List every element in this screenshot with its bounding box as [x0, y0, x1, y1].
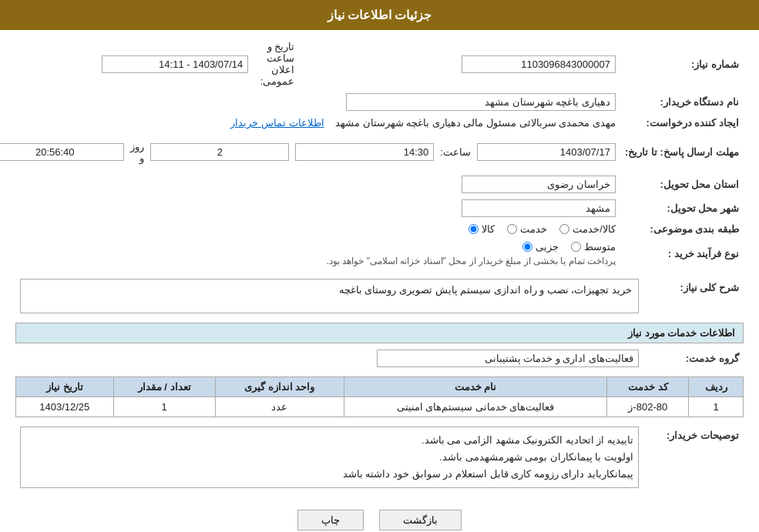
col-name: نام خدمت	[344, 377, 607, 397]
main-info-table: شماره نیاز: 1103096843000007 تاریخ و ساع…	[0, 38, 744, 269]
cell-name: فعالیت‌های خدماتی سیستم‌های امنیتی	[344, 397, 607, 417]
dastgah-box: دهیاری باغچه شهرستان مشهد	[346, 93, 616, 111]
value-dastgah: دهیاری باغچه شهرستان مشهد	[0, 90, 620, 114]
ostan-box: خراسان رضوی	[462, 176, 616, 193]
label-ostan: استان محل تحویل:	[620, 172, 744, 196]
value-ostan: خراسان رضوی	[0, 172, 620, 196]
saat-box: 14:30	[295, 143, 434, 161]
category-radio-group: کالا/خدمت خدمت کالا	[0, 223, 616, 235]
label-tarikh-aalan: تاریخ و ساعت اعلان عمومی:	[253, 38, 299, 90]
col-tedad: تعداد / مقدار	[113, 377, 215, 397]
process-note: پرداخت تمام یا بخشی از مبلغ خریدار از مح…	[0, 255, 616, 266]
row-grooh: گروه خدمت: فعالیت‌های اداری و خدمات پشتی…	[15, 346, 744, 370]
label-category: طبقه بندی موضوعی:	[620, 220, 744, 238]
row-shomara: شماره نیاز: 1103096843000007 تاریخ و ساع…	[0, 38, 744, 90]
row-ostan: استان محل تحویل: خراسان رضوی	[0, 172, 744, 196]
rooz-box: 2	[150, 143, 289, 161]
mohlat-row: 1403/07/17 ساعت: 14:30 2 روز و 20:56:40	[0, 135, 616, 169]
tarikh-aalan-box: 1403/07/14 - 14:11	[102, 55, 248, 73]
label-process: نوع فرآیند خرید :	[620, 238, 744, 269]
row-dastgah: نام دستگاه خریدار: دهیاری باغچه شهرستان …	[0, 90, 744, 114]
services-tbody: 1 802-80-ز فعالیت‌های خدماتی سیستم‌های ا…	[16, 397, 744, 417]
row-category: طبقه بندی موضوعی: کالا/خدمت خدمت کالا	[0, 220, 744, 238]
value-process: متوسط جزیی پرداخت تمام یا بخشی از مبلغ خ…	[0, 238, 620, 269]
shomara-box: 1103096843000007	[462, 55, 616, 73]
value-mohlat: 1403/07/17 ساعت: 14:30 2 روز و 20:56:40	[0, 132, 620, 172]
row-mohlat: مهلت ارسال پاسخ: تا تاریخ: 1403/07/17 سا…	[0, 132, 744, 172]
value-shahr: مشهد	[0, 196, 620, 220]
sharh-table: شرح کلی نیاز: خرید تجهیزات، نصب و راه ان…	[15, 276, 744, 316]
radio-jozvi-label: جزیی	[536, 241, 559, 253]
cell-tedad: 1	[113, 397, 215, 417]
shahr-box: مشهد	[462, 199, 616, 217]
sharh-box: خرید تجهیزات، نصب و راه اندازی سیستم پای…	[20, 279, 639, 313]
process-radio-group: متوسط جزیی	[0, 241, 616, 253]
radio-motavaset: متوسط	[571, 241, 616, 253]
rooz-label: روز و	[130, 141, 144, 164]
cell-kod: 802-80-ز	[607, 397, 689, 417]
value-grooh: فعالیت‌های اداری و خدمات پشتیبانی	[15, 346, 643, 370]
countdown-box: 20:56:40	[0, 143, 124, 161]
radio-khadamat: خدمت	[507, 223, 547, 235]
col-radif: ردیف	[689, 377, 744, 397]
label-creator: ایجاد کننده درخواست:	[620, 114, 744, 132]
value-tarikh-aalan: 1403/07/14 - 14:11	[0, 38, 253, 90]
radio-jozvi: جزیی	[522, 241, 559, 253]
contact-link[interactable]: اطلاعات تماس خریدار	[230, 117, 324, 129]
radio-kala-khadamat-input[interactable]	[559, 224, 569, 234]
label-tavzihat: توصیحات خریدار:	[643, 423, 744, 491]
col-vahed: واحد اندازه گیری	[215, 377, 344, 397]
label-sharh: شرح کلی نیاز:	[643, 276, 744, 316]
radio-jozvi-input[interactable]	[522, 242, 532, 252]
services-section-header: اطلاعات خدمات مورد نیاز	[15, 323, 744, 343]
radio-kala-label: کالا	[482, 223, 495, 235]
saat-label: ساعت:	[440, 146, 471, 158]
row-shahr: شهر محل تحویل: مشهد	[0, 196, 744, 220]
radio-kala-input[interactable]	[468, 224, 479, 234]
services-header-row: ردیف کد خدمت نام خدمت واحد اندازه گیری ت…	[16, 377, 744, 397]
grooh-box: فعالیت‌های اداری و خدمات پشتیبانی	[377, 350, 639, 367]
radio-kala-khadamat: کالا/خدمت	[559, 223, 616, 235]
row-sharh: شرح کلی نیاز: خرید تجهیزات، نصب و راه ان…	[15, 276, 744, 316]
col-kod: کد خدمت	[607, 377, 689, 397]
label-shahr: شهر محل تحویل:	[620, 196, 744, 220]
back-button[interactable]: بازگشت	[379, 510, 462, 530]
cell-radif: 1	[689, 397, 744, 417]
radio-kala-khadamat-label: کالا/خدمت	[573, 223, 616, 235]
tavzihat-table: توصیحات خریدار: تاییدیه از اتحادیه الکتر…	[15, 423, 744, 491]
value-creator: مهدی محمدی سربالائی مسئول مالی دهیاری با…	[0, 114, 620, 132]
print-button[interactable]: چاپ	[297, 510, 364, 530]
value-shomara: 1103096843000007	[299, 38, 620, 90]
button-row: بازگشت چاپ	[15, 497, 744, 532]
radio-khadamat-label: خدمت	[520, 223, 547, 235]
tavzihat-box: تاییدیه از اتحادیه الکترونیک مشهد الزامی…	[20, 427, 639, 488]
services-table: ردیف کد خدمت نام خدمت واحد اندازه گیری ت…	[15, 376, 744, 417]
page-title: جزئیات اطلاعات نیاز	[327, 8, 432, 22]
date-box: 1403/07/17	[477, 143, 616, 161]
label-shomara: شماره نیاز:	[620, 38, 744, 90]
table-row: 1 802-80-ز فعالیت‌های خدماتی سیستم‌های ا…	[16, 397, 744, 417]
radio-motavaset-input[interactable]	[571, 242, 581, 252]
services-thead: ردیف کد خدمت نام خدمت واحد اندازه گیری ت…	[16, 377, 744, 397]
radio-khadamat-input[interactable]	[507, 224, 517, 234]
process-note-text: پرداخت تمام یا بخشی از مبلغ خریدار از مح…	[327, 256, 616, 266]
value-category: کالا/خدمت خدمت کالا	[0, 220, 620, 238]
grooh-table: گروه خدمت: فعالیت‌های اداری و خدمات پشتی…	[15, 346, 744, 370]
cell-tarikh: 1403/12/25	[16, 397, 114, 417]
row-process: نوع فرآیند خرید : متوسط جزیی پرداخت	[0, 238, 744, 269]
col-tarikh: تاریخ نیاز	[16, 377, 114, 397]
content-area: شماره نیاز: 1103096843000007 تاریخ و ساع…	[0, 30, 759, 532]
label-mohlat: مهلت ارسال پاسخ: تا تاریخ:	[620, 132, 744, 172]
radio-kala: کالا	[468, 223, 495, 235]
label-dastgah: نام دستگاه خریدار:	[620, 90, 744, 114]
row-tavzihat: توصیحات خریدار: تاییدیه از اتحادیه الکتر…	[15, 423, 744, 491]
cell-vahed: عدد	[215, 397, 344, 417]
page-container: جزئیات اطلاعات نیاز شماره نیاز: 11030968…	[0, 0, 759, 532]
page-header: جزئیات اطلاعات نیاز	[0, 0, 759, 30]
label-grooh: گروه خدمت:	[643, 346, 744, 370]
value-sharh: خرید تجهیزات، نصب و راه اندازی سیستم پای…	[15, 276, 643, 316]
row-creator: ایجاد کننده درخواست: مهدی محمدی سربالائی…	[0, 114, 744, 132]
radio-motavaset-label: متوسط	[584, 241, 616, 253]
value-tavzihat: تاییدیه از اتحادیه الکترونیک مشهد الزامی…	[15, 423, 643, 491]
